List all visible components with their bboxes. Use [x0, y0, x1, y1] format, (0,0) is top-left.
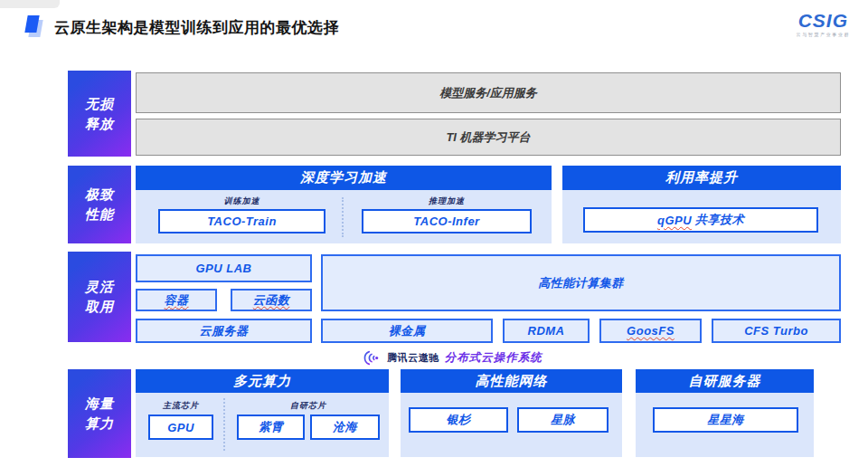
panel-high-performance-network: 银杉 星脉	[401, 393, 622, 457]
header-deep-learning-acceleration: 深度学习加速	[136, 166, 552, 190]
header-self-developed-server: 自研服务器	[636, 369, 814, 393]
page-title: 云原生架构是模型训练到应用的最优选择	[54, 17, 339, 38]
header-diverse-computing: 多元算力	[136, 369, 389, 393]
button-taco-infer: TACO-Infer	[362, 209, 532, 234]
caption-mainstream-chips: 主流芯片	[148, 400, 213, 412]
panel-diverse-computing: 主流芯片 GPU 自研芯片 紫霄 沧海	[136, 393, 389, 457]
button-qgpu-sharing: qGPU 共享技术	[583, 207, 818, 233]
header-high-performance-network: 高性能网络	[401, 369, 622, 393]
sidebar-label-flexible-access: 灵活 取用	[68, 252, 131, 342]
button-xingmai-network: 星脉	[517, 407, 609, 433]
caption-inference-acceleration: 推理加速	[362, 195, 532, 207]
button-gpu: GPU	[148, 415, 213, 440]
box-container: 容器	[136, 289, 217, 311]
button-canghai-chip: 沧海	[310, 415, 380, 440]
qgpu-brand: qGPU	[657, 214, 692, 227]
panel-utilization-improvement: qGPU 共享技术	[562, 190, 841, 243]
caption-self-developed-chips: 自研芯片	[237, 400, 380, 412]
cloud-os-strip: 腾讯云遨驰 分布式云操作系统	[136, 348, 769, 367]
button-xingxinghai-server: 星星海	[653, 407, 798, 433]
csig-logo: CSIG 云与智慧产业事业群	[797, 11, 850, 37]
header-utilization-improvement: 利用率提升	[562, 166, 841, 190]
dotted-divider	[223, 398, 225, 451]
box-ti-ml-platform: TI 机器学习平台	[136, 119, 841, 156]
distributed-cloud-os-label: 分布式云操作系统	[445, 350, 542, 366]
caption-training-acceleration: 训练加速	[158, 195, 326, 207]
sidebar-label-extreme-performance: 极致 性能	[68, 166, 131, 243]
box-bare-metal: 裸金属	[321, 319, 493, 343]
csig-logo-subtitle: 云与智慧产业事业群	[797, 32, 850, 37]
slide: 云原生架构是模型训练到应用的最优选择 CSIG 云与智慧产业事业群 无损 释放 …	[0, 0, 868, 467]
button-taco-train: TACO-Train	[158, 209, 326, 234]
panel-self-developed-server: 星星海	[636, 393, 814, 457]
tencent-cloud-orca-brand: 腾讯云遨驰	[387, 351, 439, 365]
box-model-service: 模型服务/应用服务	[136, 72, 841, 113]
qgpu-rest: 共享技术	[695, 212, 744, 228]
box-hpc-cluster: 高性能计算集群	[321, 254, 841, 311]
sidebar-label-lossless-release: 无损 释放	[68, 71, 131, 157]
button-zixiao-chip: 紫霄	[237, 415, 305, 440]
sidebar-label-massive-computing: 海量 算力	[68, 369, 131, 458]
panel-deep-learning-acceleration: 训练加速 TACO-Train 推理加速 TACO-Infer	[136, 190, 552, 243]
box-gpu-lab: GPU LAB	[136, 254, 312, 282]
box-cloud-server: 云服务器	[136, 319, 312, 343]
corner-artifact	[0, 0, 60, 8]
box-cfs-turbo: CFS Turbo	[712, 319, 841, 343]
csig-logo-text: CSIG	[797, 11, 850, 30]
box-cloud-function: 云函数	[231, 289, 312, 311]
box-goosfs: GoosFS	[599, 319, 702, 343]
dotted-divider	[342, 197, 344, 237]
button-yinshan-network: 银杉	[409, 407, 508, 433]
box-rdma: RDMA	[503, 319, 590, 343]
signal-arcs-icon	[362, 350, 382, 366]
